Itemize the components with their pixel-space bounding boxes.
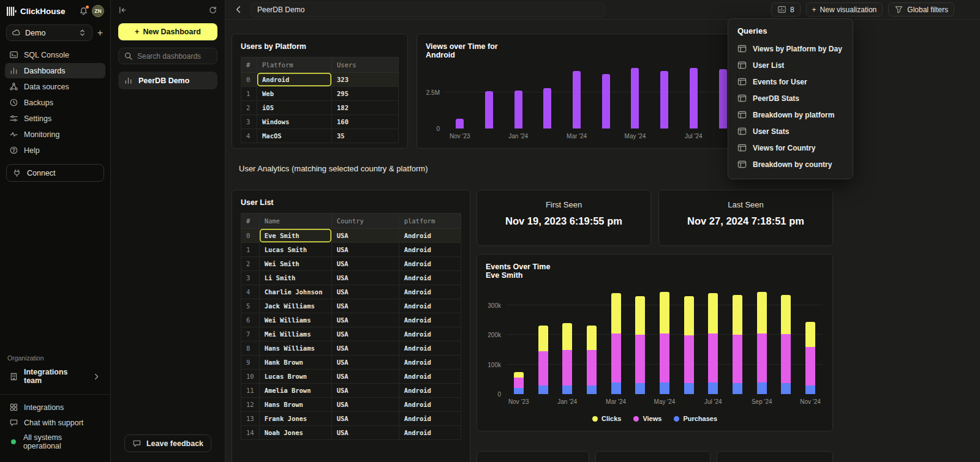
dashboard-title-input[interactable] <box>251 2 605 17</box>
table-cell[interactable]: 5 <box>241 299 260 313</box>
legend-item-views[interactable]: Views <box>633 415 662 422</box>
visualization-count-button[interactable]: 8 <box>771 2 801 17</box>
table-cell[interactable]: Android <box>399 299 461 313</box>
table-cell[interactable]: Android <box>399 341 461 356</box>
query-item-breakdown-by-platform[interactable]: Breakdown by platform <box>728 106 853 123</box>
table-cell[interactable]: Amelia Brown <box>259 384 331 398</box>
new-visualization-button[interactable]: + New visualization <box>806 2 883 17</box>
sidebar-item-sql-console[interactable]: SQL Console <box>5 47 105 62</box>
sidebar-item-backups[interactable]: Backups <box>5 95 105 110</box>
table-cell[interactable]: Android <box>399 384 461 398</box>
table-cell[interactable]: Android <box>399 412 461 426</box>
table-cell[interactable]: 3 <box>241 271 260 285</box>
table-cell[interactable]: 11 <box>241 384 260 398</box>
table-row[interactable]: 3Windows160 <box>241 115 399 129</box>
table-row[interactable]: 2Wei SmithUSAAndroid <box>241 257 461 271</box>
table-cell[interactable]: 35 <box>332 129 399 143</box>
back-arrow-icon[interactable] <box>234 5 243 14</box>
connect-button[interactable]: Connect <box>6 164 104 182</box>
query-item-breakdown-by-country[interactable]: Breakdown by country <box>728 156 853 173</box>
legend-item-clicks[interactable]: Clicks <box>592 415 621 422</box>
table-cell[interactable]: Android <box>399 271 461 285</box>
table-cell[interactable]: Android <box>399 285 461 299</box>
table-cell[interactable]: Android <box>399 398 461 412</box>
global-filters-button[interactable]: Global filters <box>888 2 954 17</box>
table-row[interactable]: 10Lucas BrownUSAAndroid <box>241 370 461 384</box>
table-cell[interactable]: Windows <box>257 115 332 129</box>
table-cell[interactable]: Hank Brown <box>259 356 331 370</box>
table-row[interactable]: 9Hank BrownUSAAndroid <box>241 356 461 370</box>
table-cell[interactable]: Hans Brown <box>259 398 331 412</box>
table-cell[interactable]: MacOS <box>257 129 332 143</box>
query-item-user-stats[interactable]: User Stats <box>728 123 853 140</box>
table-row[interactable]: 3Li SmithUSAAndroid <box>241 271 461 285</box>
table-cell[interactable]: USA <box>331 412 399 426</box>
table-row[interactable]: 7Mei WilliamsUSAAndroid <box>241 327 461 341</box>
table-row[interactable]: 4Charlie JohnsonUSAAndroid <box>241 285 461 299</box>
table-cell[interactable]: USA <box>331 356 399 370</box>
table-cell[interactable]: 8 <box>241 341 260 356</box>
table-cell[interactable]: Eve Smith <box>259 229 331 243</box>
table-cell[interactable]: USA <box>331 370 399 384</box>
table-row[interactable]: 1Lucas SmithUSAAndroid <box>241 243 461 257</box>
table-cell[interactable]: Lucas Brown <box>259 370 331 384</box>
table-cell[interactable]: 1 <box>241 87 257 101</box>
table-cell[interactable]: 12 <box>241 398 260 412</box>
query-item-events-for-user[interactable]: Events for User <box>728 73 853 90</box>
table-cell[interactable]: Android <box>257 73 332 87</box>
table-cell[interactable]: USA <box>331 257 399 271</box>
table-cell[interactable]: 6 <box>241 313 260 327</box>
table-cell[interactable]: Android <box>399 426 461 440</box>
footer-item-chat-with-support[interactable]: Chat with support <box>0 415 110 430</box>
new-dashboard-button[interactable]: + New Dashboard <box>118 23 217 40</box>
table-cell[interactable]: 13 <box>241 412 260 426</box>
table-cell[interactable]: Android <box>399 243 461 257</box>
table-cell[interactable]: 3 <box>241 115 257 129</box>
table-cell[interactable]: USA <box>331 327 399 341</box>
add-service-button[interactable]: + <box>96 28 104 38</box>
table-cell[interactable]: 182 <box>332 101 399 115</box>
query-item-views-for-country[interactable]: Views for Country <box>728 140 853 156</box>
table-cell[interactable]: Android <box>399 370 461 384</box>
table-row[interactable]: 12Hans BrownUSAAndroid <box>241 398 461 412</box>
table-row[interactable]: 1Web295 <box>241 87 399 101</box>
table-cell[interactable]: Android <box>399 229 461 243</box>
table-cell[interactable]: Web <box>257 87 332 101</box>
table-cell[interactable]: 0 <box>241 229 260 243</box>
sidebar-item-monitoring[interactable]: Monitoring <box>5 127 105 142</box>
table-cell[interactable]: Android <box>399 327 461 341</box>
table-cell[interactable]: USA <box>331 229 399 243</box>
table-cell[interactable]: 14 <box>241 426 260 440</box>
table-row[interactable]: 14Noah JonesUSAAndroid <box>241 426 461 440</box>
table-cell[interactable]: 4 <box>241 285 260 299</box>
table-row[interactable]: 8Hans WilliamsUSAAndroid <box>241 341 461 356</box>
table-cell[interactable]: Mei Williams <box>259 327 331 341</box>
table-cell[interactable]: 2 <box>241 101 257 115</box>
table-row[interactable]: 2iOS182 <box>241 101 399 115</box>
table-cell[interactable]: Charlie Johnson <box>259 285 331 299</box>
table-cell[interactable]: USA <box>331 398 399 412</box>
dashboard-list-item[interactable]: PeerDB Demo <box>118 72 217 89</box>
sidebar-item-settings[interactable]: Settings <box>5 111 105 126</box>
table-cell[interactable]: USA <box>331 341 399 356</box>
table-cell[interactable]: 10 <box>241 370 260 384</box>
table-cell[interactable]: Android <box>399 257 461 271</box>
table-cell[interactable]: Frank Jones <box>259 412 331 426</box>
table-cell[interactable]: 1 <box>241 243 260 257</box>
table-cell[interactable]: 295 <box>332 87 399 101</box>
table-cell[interactable]: 323 <box>332 73 399 87</box>
table-cell[interactable]: Li Smith <box>259 271 331 285</box>
workspace-selector[interactable]: Demo <box>6 24 92 41</box>
sidebar-item-dashboards[interactable]: Dashboards <box>5 63 105 78</box>
table-row[interactable]: 6Wei WilliamsUSAAndroid <box>241 313 461 327</box>
notifications-bell-icon[interactable] <box>79 7 88 16</box>
table-cell[interactable]: iOS <box>257 101 332 115</box>
table-cell[interactable]: Hans Williams <box>259 341 331 356</box>
table-cell[interactable]: Noah Jones <box>259 426 331 440</box>
table-cell[interactable]: 2 <box>241 257 260 271</box>
table-cell[interactable]: 4 <box>241 129 257 143</box>
search-dashboards-input[interactable] <box>137 52 205 61</box>
collapse-panel-icon[interactable] <box>118 6 127 15</box>
legend-item-purchases[interactable]: Purchases <box>674 415 717 422</box>
organization-team-item[interactable]: Integrations team <box>0 365 110 388</box>
